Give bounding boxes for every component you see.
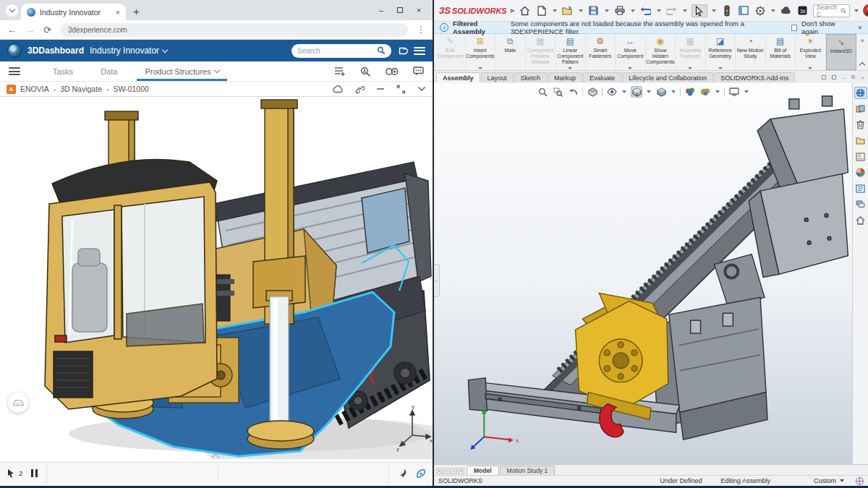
units-selector[interactable]: Custom	[814, 477, 844, 484]
dropdown-caret[interactable]	[622, 90, 626, 93]
share-link-icon[interactable]	[355, 85, 365, 94]
menu-expand-arrow[interactable]: ▶	[511, 7, 515, 14]
collapse-widget-icon[interactable]	[417, 86, 426, 92]
redo-button[interactable]	[665, 4, 678, 17]
ribbon-move-component[interactable]: ↔Move Component	[616, 34, 646, 70]
dropdown-caret[interactable]	[568, 67, 572, 69]
ribbon-overflow-icon[interactable]: »	[860, 37, 864, 44]
view-palette-icon[interactable]	[854, 150, 867, 163]
save-button[interactable]	[587, 4, 600, 17]
dropdown-caret[interactable]	[478, 67, 482, 69]
new-document-button[interactable]	[535, 4, 548, 17]
reload-button[interactable]: ⟳	[43, 25, 51, 35]
xpress-status-icon[interactable]	[720, 4, 733, 17]
cloud-icon[interactable]	[333, 85, 344, 93]
open-button[interactable]	[561, 4, 574, 17]
new-tab-button[interactable]: +	[133, 5, 140, 17]
dont-show-again-checkbox[interactable]	[791, 25, 797, 31]
ribbon-mate[interactable]: ⧉Mate	[495, 34, 526, 70]
search-people-icon[interactable]	[360, 67, 371, 77]
undo-button[interactable]	[639, 4, 652, 17]
3dplay-media-icon[interactable]	[386, 67, 399, 76]
restore-button[interactable]	[391, 0, 409, 20]
hide-show-items-icon[interactable]	[606, 86, 618, 98]
new-dropdown[interactable]	[553, 9, 557, 12]
collaborators-cursor-icon[interactable]	[7, 468, 16, 478]
tab-close-icon[interactable]: ×	[116, 8, 120, 17]
enovia-3d-viewport[interactable]: y x z	[0, 97, 433, 459]
pause-button[interactable]	[31, 469, 38, 477]
tab-scroll-controls[interactable]: «‹›»	[434, 468, 467, 475]
comments-icon[interactable]	[413, 67, 424, 76]
tab-solidworks-add-ins[interactable]: SOLIDWORKS Add-Ins	[714, 72, 795, 82]
feature-manager-collapsed-tab[interactable]: ‹	[434, 264, 440, 297]
ribbon-linear-pattern[interactable]: ▤Linear Component Pattern	[556, 34, 586, 70]
tab-assembly[interactable]: Assembly	[436, 72, 480, 82]
options-dropdown[interactable]	[771, 9, 775, 12]
open-dropdown[interactable]	[579, 9, 583, 12]
doc-restore[interactable]: ⧉	[851, 74, 856, 81]
forum-icon[interactable]	[854, 198, 867, 210]
model-tab[interactable]: Model	[467, 466, 499, 475]
dropdown-caret[interactable]	[744, 90, 749, 93]
rocket-icon[interactable]	[398, 468, 407, 478]
tab-tasks[interactable]: Tasks	[39, 61, 87, 81]
ribbon-new-motion-study[interactable]: ◔New Motion Study	[736, 34, 766, 70]
task-panel-icon[interactable]	[737, 4, 750, 17]
3dplay-launch-icon[interactable]	[416, 468, 426, 479]
ribbon-exploded-view[interactable]: ✶Exploded View	[796, 34, 826, 70]
dashboard-title[interactable]: Industry Innovator	[90, 46, 167, 56]
ribbon-collapse-icon[interactable]	[859, 62, 865, 68]
save-dropdown[interactable]	[605, 9, 609, 12]
view-settings-icon[interactable]	[728, 86, 740, 98]
mbd-globe-icon[interactable]	[856, 477, 864, 485]
options-gear-icon[interactable]	[754, 4, 767, 17]
ribbon-smart-fasteners[interactable]: ⚙Smart Fasteners	[586, 34, 616, 70]
ribbon-reference-geometry[interactable]: ◪Reference Geometry	[706, 34, 736, 70]
previous-view-icon[interactable]	[567, 86, 579, 98]
apply-scene-icon[interactable]	[699, 86, 711, 98]
search-scope-dropdown[interactable]	[854, 9, 859, 12]
player-track[interactable]	[46, 463, 389, 484]
dropdown-caret[interactable]	[808, 67, 812, 69]
doc-close[interactable]: ×	[861, 74, 864, 81]
zoom-to-area-icon[interactable]	[552, 86, 563, 98]
3ds-compass-logo[interactable]	[7, 43, 22, 58]
3dexperience-scope-icon[interactable]: 3s	[796, 4, 809, 17]
doc-minimize[interactable]: –	[842, 74, 845, 81]
dashboard-menu-icon[interactable]	[414, 47, 425, 55]
dropdown-caret[interactable]	[628, 67, 632, 69]
recycle-bin-icon[interactable]	[854, 119, 867, 131]
edit-appearance-icon[interactable]	[684, 86, 696, 98]
solidworks-viewport[interactable]: y x	[434, 83, 852, 464]
tag-icon[interactable]	[397, 46, 408, 56]
tab-layout[interactable]: Layout	[481, 72, 514, 82]
browser-tab[interactable]: Industry Innovator ×	[21, 4, 126, 20]
viewport-collapse-chevron[interactable]	[213, 454, 220, 458]
command-search-input[interactable]: Search C	[813, 4, 851, 17]
back-button[interactable]: ←	[7, 25, 17, 35]
tab-lifecycle-collaboration[interactable]: Lifecycle and Collaboration	[622, 72, 713, 82]
dropdown-caret[interactable]	[715, 90, 720, 93]
notice-close-icon[interactable]: ×	[858, 23, 862, 32]
file-explorer-icon[interactable]	[854, 134, 867, 147]
3dexperience-pane-icon[interactable]	[854, 87, 867, 99]
maximize-widget-icon[interactable]	[396, 85, 406, 94]
tabs-menu-icon[interactable]	[9, 67, 20, 75]
redo-dropdown[interactable]	[683, 9, 687, 12]
tab-product-structures[interactable]: Product Structures	[131, 61, 233, 81]
dropdown-caret[interactable]	[671, 90, 676, 93]
motion-study-tab[interactable]: Motion Study 1	[500, 466, 556, 475]
tab-sketch[interactable]: Sketch	[514, 72, 548, 82]
print-button[interactable]	[613, 4, 626, 17]
zoom-to-fit-icon[interactable]	[537, 86, 548, 98]
dropdown-caret[interactable]	[647, 90, 651, 93]
design-library-icon[interactable]	[854, 103, 867, 115]
display-style-icon[interactable]	[655, 86, 667, 98]
appearances-scenes-icon[interactable]	[854, 166, 867, 179]
user-avatar[interactable]	[863, 4, 868, 17]
minimize-widget-icon[interactable]	[376, 85, 385, 93]
dashboard-search-input[interactable]: Search	[292, 44, 391, 58]
forward-button[interactable]: →	[25, 25, 35, 35]
ribbon-insert-components[interactable]: ⊞Insert Components	[466, 34, 496, 70]
